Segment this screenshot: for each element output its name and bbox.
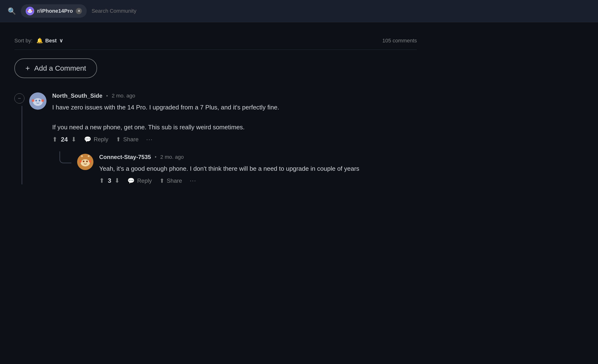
svg-point-18 (86, 161, 88, 162)
comment-meta: North_South_Side • 2 mo. ago (52, 92, 417, 99)
reply-text-line-1: Yeah, it's a good enough phone. I don't … (99, 164, 417, 174)
svg-point-2 (29, 9, 31, 11)
more-button[interactable]: ··· (146, 136, 153, 143)
reply-icon: 💬 (84, 136, 91, 143)
reply-more-button[interactable]: ··· (190, 177, 196, 184)
comment-body: North_South_Side • 2 mo. ago I have zero… (52, 92, 417, 184)
reply-reply-label: Reply (137, 178, 152, 184)
reply-label: Reply (94, 136, 108, 143)
reply-meta: Connect-Stay-7535 • 2 mo. ago (99, 154, 417, 161)
svg-point-8 (33, 98, 43, 106)
reply-dot: • (155, 154, 157, 160)
svg-point-12 (32, 99, 34, 102)
comment-author: North_South_Side (52, 92, 102, 99)
sort-bar: Sort by: 🔔 Best ∨ 105 comments (14, 32, 417, 50)
reply-curve-icon (59, 151, 71, 163)
add-comment-button[interactable]: + Add a Comment (14, 58, 97, 78)
collapse-button[interactable]: − (14, 93, 25, 104)
vote-count: 24 (61, 136, 68, 143)
avatar (29, 92, 47, 110)
upvote-button[interactable]: ⬆ (52, 136, 58, 143)
sort-by-label: Sort by: (14, 38, 33, 44)
reply-vote-count: 3 (108, 177, 111, 184)
svg-point-19 (79, 160, 82, 163)
svg-point-3 (29, 10, 29, 11)
vote-group: ⬆ 24 ⬇ (52, 136, 76, 143)
reply-share-button[interactable]: ⬆ Share (159, 178, 182, 184)
comment-row: North_South_Side • 2 mo. ago I have zero… (29, 92, 417, 184)
svg-point-10 (35, 100, 37, 102)
reply-reply-button[interactable]: 💬 Reply (127, 178, 152, 184)
reply-author: Connect-Stay-7535 (99, 154, 151, 161)
subreddit-avatar (26, 7, 34, 15)
sort-left: Sort by: 🔔 Best ∨ (14, 38, 63, 44)
reply-avatar (77, 154, 93, 170)
reply-time: 2 mo. ago (160, 154, 184, 160)
tab-name: r/iPhone14Pro (37, 8, 73, 14)
comment-main: North_South_Side • 2 mo. ago I have zero… (29, 92, 417, 184)
close-tab-button[interactable]: ✕ (76, 8, 82, 14)
add-comment-label: Add a Comment (34, 64, 86, 72)
comments-count: 105 comments (382, 38, 417, 44)
svg-point-17 (83, 161, 84, 162)
comment-text-line-2: If you need a new phone, get one. This s… (52, 122, 417, 132)
nested-reply: Connect-Stay-7535 • 2 mo. ago Yeah, it's… (52, 154, 417, 185)
comment-time: 2 mo. ago (112, 93, 135, 99)
share-icon: ⬆ (116, 136, 121, 143)
reply-share-icon: ⬆ (159, 178, 164, 184)
reply-body: Connect-Stay-7535 • 2 mo. ago Yeah, it's… (99, 154, 417, 185)
collapse-section: − (14, 92, 25, 184)
reply-actions: ⬆ 3 ⬇ 💬 Reply (99, 177, 417, 184)
svg-point-24 (88, 155, 90, 157)
reply-reply-icon: 💬 (127, 178, 135, 184)
reply-connector (57, 154, 71, 163)
reply-button[interactable]: 💬 Reply (84, 136, 108, 143)
comment-text-line-1: I have zero issues with the 14 Pro. I up… (52, 103, 417, 113)
svg-point-5 (27, 10, 28, 11)
comment-text: I have zero issues with the 14 Pro. I up… (52, 103, 417, 132)
svg-point-4 (31, 10, 31, 11)
svg-point-15 (81, 159, 90, 166)
main-content: Sort by: 🔔 Best ∨ 105 comments + Add a C… (0, 22, 431, 199)
sort-value: Best (45, 38, 57, 44)
thread-line-area: − (14, 92, 417, 184)
search-community-input[interactable] (91, 8, 163, 14)
reply-text: Yeah, it's a good enough phone. I don't … (99, 164, 417, 174)
comment-thread: − (14, 92, 417, 184)
plus-icon: + (25, 65, 30, 72)
svg-point-6 (32, 10, 33, 11)
svg-point-20 (89, 160, 91, 163)
svg-point-13 (42, 99, 44, 102)
top-bar: 🔍 r/iPhone14Pro ✕ (0, 0, 598, 22)
reply-upvote-button[interactable]: ⬆ (99, 177, 104, 184)
reply-share-label: Share (167, 178, 182, 184)
sort-icon: 🔔 (36, 38, 43, 44)
search-icon[interactable]: 🔍 (8, 7, 16, 15)
reply-vote-group: ⬆ 3 ⬇ (99, 177, 120, 184)
comments-section: − (14, 92, 417, 189)
svg-point-11 (39, 100, 41, 102)
active-tab[interactable]: r/iPhone14Pro ✕ (21, 4, 87, 18)
reply-downvote-button[interactable]: ⬇ (115, 177, 120, 184)
thread-line (22, 106, 22, 184)
sort-dropdown-button[interactable]: 🔔 Best ∨ (36, 38, 63, 44)
comment-actions: ⬆ 24 ⬇ 💬 Reply ⬆ Share (52, 136, 417, 143)
downvote-button[interactable]: ⬇ (71, 136, 76, 143)
share-label: Share (123, 136, 139, 143)
svg-point-23 (81, 155, 83, 157)
chevron-down-icon: ∨ (59, 38, 63, 44)
comment-dot: • (106, 93, 108, 99)
share-button[interactable]: ⬆ Share (116, 136, 139, 143)
